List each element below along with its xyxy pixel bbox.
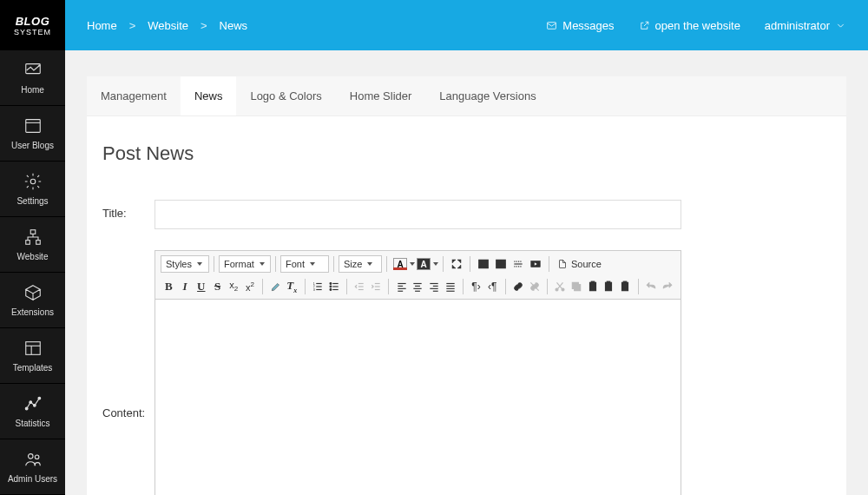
format-combo[interactable]: Format — [219, 255, 271, 273]
table-button[interactable] — [492, 255, 510, 273]
sidebar: BLOG SYSTEM Home User Blogs Settings Web… — [0, 0, 65, 495]
combo-label: Styles — [166, 259, 192, 269]
image-button[interactable] — [475, 255, 492, 273]
combo-label: Font — [286, 259, 305, 269]
marker-button[interactable] — [267, 278, 284, 295]
ltr-button[interactable]: ¶› — [468, 278, 484, 295]
superscript-icon: x2 — [246, 280, 254, 293]
page-title: Post News — [102, 142, 831, 165]
editor-body[interactable] — [155, 300, 681, 495]
outdent-button[interactable] — [352, 278, 368, 295]
sidebar-item-label: Statistics — [15, 419, 49, 428]
hr-button[interactable] — [510, 255, 527, 273]
content-area: Management News Logo & Colors Home Slide… — [65, 50, 868, 495]
italic-button[interactable]: I — [177, 278, 194, 295]
brand-logo: BLOG SYSTEM — [0, 0, 65, 50]
panel: Post News Title: Content: Styles Format — [87, 116, 846, 495]
source-button[interactable]: Source — [554, 255, 605, 273]
paste-text-button[interactable]: T — [601, 278, 617, 295]
monitor-icon — [23, 61, 43, 80]
paste-word-icon: W — [619, 280, 631, 293]
brand-line-2: SYSTEM — [0, 28, 65, 36]
align-justify-button[interactable] — [443, 278, 459, 295]
copy-button[interactable] — [569, 278, 585, 295]
numbered-list-button[interactable]: 123 — [310, 278, 326, 295]
source-label: Source — [571, 259, 602, 269]
underline-icon: U — [197, 280, 205, 294]
sidebar-item-website[interactable]: Website — [0, 217, 65, 273]
combo-label: Format — [224, 259, 254, 269]
tab-news[interactable]: News — [181, 76, 237, 116]
strike-button[interactable]: S — [209, 278, 226, 295]
align-right-button[interactable] — [426, 278, 443, 295]
remove-format-icon: Tx — [286, 279, 297, 294]
stats-icon — [23, 394, 43, 413]
bold-button[interactable]: B — [161, 278, 177, 295]
sidebar-item-home[interactable]: Home — [0, 50, 65, 106]
tab-management[interactable]: Management — [87, 76, 181, 116]
text-color-button[interactable]: A — [391, 255, 409, 273]
sidebar-item-statistics[interactable]: Statistics — [0, 384, 65, 439]
tab-home-slider[interactable]: Home Slider — [336, 76, 426, 116]
strike-icon: S — [214, 280, 220, 294]
title-input[interactable] — [155, 200, 681, 229]
tab-logo-colors[interactable]: Logo & Colors — [236, 76, 335, 116]
editor-toolbar: Styles Format Font Size A A — [155, 251, 681, 300]
remove-format-button[interactable]: Tx — [284, 278, 300, 295]
align-justify-icon — [444, 280, 457, 293]
text-color-icon: A — [393, 258, 407, 270]
ul-icon — [328, 280, 340, 293]
indent-button[interactable] — [368, 278, 385, 295]
breadcrumb-item[interactable]: News — [220, 19, 248, 32]
messages-link[interactable]: Messages — [546, 19, 614, 32]
cube-icon — [23, 283, 43, 302]
cut-icon — [554, 280, 566, 293]
svg-rect-66 — [591, 281, 595, 283]
paste-word-button[interactable]: W — [617, 278, 634, 295]
cut-button[interactable] — [552, 278, 569, 295]
styles-combo[interactable]: Styles — [161, 255, 209, 273]
bg-color-button[interactable]: A — [415, 255, 432, 273]
redo-button[interactable] — [659, 278, 675, 295]
sidebar-item-label: Settings — [16, 196, 48, 206]
user-menu[interactable]: administrator — [765, 19, 846, 32]
messages-label: Messages — [562, 19, 614, 32]
brand-line-1: BLOG — [0, 15, 65, 28]
subscript-button[interactable]: x2 — [226, 278, 242, 295]
font-combo[interactable]: Font — [280, 255, 329, 273]
breadcrumb-item[interactable]: Home — [87, 19, 117, 32]
sidebar-item-templates[interactable]: Templates — [0, 328, 65, 384]
sidebar-item-admin-users[interactable]: Admin Users — [0, 439, 65, 495]
sidebar-item-label: Templates — [13, 363, 53, 373]
gear-icon — [23, 172, 43, 191]
italic-icon: I — [183, 280, 187, 294]
sidebar-item-extensions[interactable]: Extensions — [0, 273, 65, 328]
rtl-button[interactable]: ‹¶ — [484, 278, 501, 295]
video-button[interactable] — [527, 255, 544, 273]
superscript-button[interactable]: x2 — [242, 278, 259, 295]
align-center-button[interactable] — [410, 278, 426, 295]
maximize-button[interactable] — [448, 255, 465, 273]
svg-point-16 — [35, 455, 39, 459]
bullet-list-button[interactable] — [326, 278, 342, 295]
breadcrumb-item[interactable]: Website — [148, 19, 188, 32]
paste-button[interactable] — [584, 278, 601, 295]
blogs-icon — [23, 116, 43, 135]
tab-language-versions[interactable]: Language Versions — [425, 76, 549, 116]
open-website-link[interactable]: open the website — [639, 19, 740, 32]
undo-icon — [645, 280, 657, 293]
breadcrumb-sep: > — [201, 19, 207, 32]
underline-button[interactable]: U — [193, 278, 209, 295]
size-combo[interactable]: Size — [339, 255, 382, 273]
undo-button[interactable] — [642, 278, 659, 295]
rich-text-editor: Styles Format Font Size A A — [155, 250, 681, 495]
link-icon — [512, 280, 524, 293]
link-button[interactable] — [510, 278, 527, 295]
chevron-down-icon — [835, 20, 846, 31]
sitemap-icon — [23, 228, 43, 247]
tabs: Management News Logo & Colors Home Slide… — [87, 76, 846, 116]
unlink-button[interactable] — [526, 278, 542, 295]
align-left-button[interactable] — [393, 278, 410, 295]
sidebar-item-settings[interactable]: Settings — [0, 162, 65, 217]
sidebar-item-user-blogs[interactable]: User Blogs — [0, 106, 65, 162]
